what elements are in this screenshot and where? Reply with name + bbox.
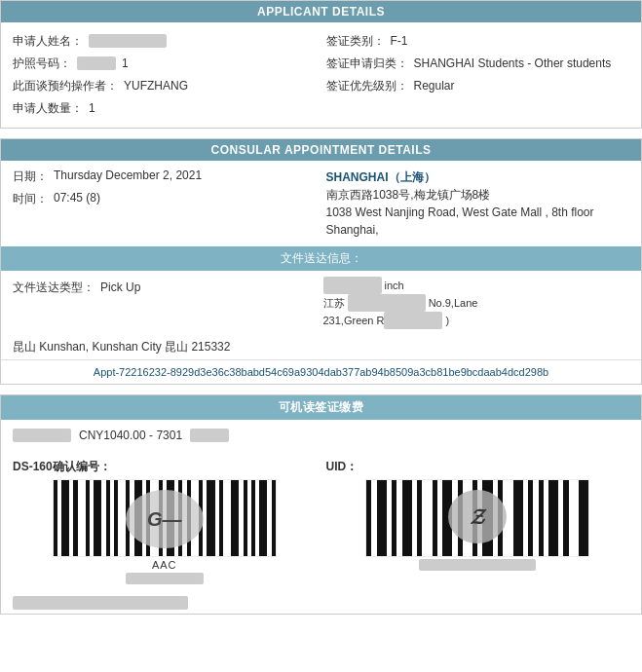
passport-value	[77, 56, 116, 70]
bottom-redacted	[13, 596, 188, 610]
uid-barcode-img: 𝓩	[365, 479, 589, 557]
uid-barcode-overlay: 𝓩	[448, 490, 507, 543]
tracking-id: Appt-72216232-8929d3e36c38babd54c69a9304…	[1, 359, 641, 384]
visa-type-label: 签证类别：	[326, 33, 385, 50]
applicant-details-card: APPLICANT DETAILS 申请人姓名： 护照号码： 1 此面谈预约操作…	[0, 0, 642, 129]
appt-date-label: 日期：	[13, 168, 48, 185]
doc-address-line1: inch	[323, 277, 630, 294]
uid-barcode-text-redacted	[419, 559, 536, 571]
visa-cat-row: 签证申请归类： SHANGHAI Students - Other studen…	[326, 53, 630, 75]
doc-address-line3: 231,Green R )	[323, 312, 630, 329]
appt-time-row: 时间： 07:45 (8)	[13, 191, 317, 207]
visa-type-value: F-1	[391, 34, 408, 48]
appt-address-line1: 南京西路1038号,梅龙镇广场8楼	[326, 186, 630, 204]
visa-priority-row: 签证优先级别： Regular	[326, 75, 630, 97]
kunshan-row: 昆山 Kunshan, Kunshan City 昆山 215332	[1, 335, 641, 359]
passport-label: 护照号码：	[13, 56, 71, 72]
consular-details-card: CONSULAR APPOINTMENT DETAILS 日期： Thursda…	[0, 138, 642, 385]
doc-address-partial1: inch	[385, 280, 404, 291]
appt-address-line3: Shanghai,	[326, 221, 630, 239]
doc-type-label: 文件送达类型：	[13, 280, 94, 296]
ds160-barcode-text-redacted	[126, 573, 204, 584]
fee-label-redacted	[13, 429, 71, 442]
ds160-barcode-col: DS-160确认编号：	[13, 459, 317, 584]
ds160-barcode-text: AAC	[152, 559, 177, 571]
appt-time-label: 时间：	[13, 191, 48, 207]
applicant-details-header: APPLICANT DETAILS	[1, 1, 641, 22]
visa-priority-label: 签证优先级别：	[326, 78, 408, 94]
applicant-name-row: 申请人姓名：	[13, 30, 317, 53]
fee-section: 可机读签证缴费 CNY1040.00 - 7301 DS-160确认编号：	[0, 394, 642, 615]
appt-time-value: 07:45 (8)	[54, 191, 100, 205]
visa-type-row: 签证类别： F-1	[326, 30, 630, 53]
appt-location-name: SHANGHAI（上海）	[326, 168, 630, 186]
operator-label: 此面谈预约操作者：	[13, 78, 118, 94]
ds160-label: DS-160确认编号：	[13, 459, 111, 475]
ds160-barcode-overlay: G—	[126, 490, 204, 548]
operator-row: 此面谈预约操作者： YUFZHANG	[13, 75, 317, 97]
appt-date-row: 日期： Thursday December 2, 2021	[13, 168, 317, 185]
operator-value: YUFZHANG	[124, 79, 188, 93]
visa-cat-label: 签证申请归类：	[326, 56, 408, 72]
visa-cat-value: SHANGHAI Students - Other students	[414, 56, 612, 70]
consular-details-header: CONSULAR APPOINTMENT DETAILS	[1, 139, 641, 161]
passport-suffix: 1	[122, 56, 129, 70]
fee-value: CNY1040.00 - 7301	[79, 429, 182, 442]
appt-address-line2: 1038 West Nanjing Road, West Gate Mall ,…	[326, 204, 630, 221]
doc-type-value: Pick Up	[100, 280, 140, 294]
fee-row: CNY1040.00 - 7301	[13, 426, 629, 445]
uid-barcode-col: UID：	[326, 459, 630, 584]
applicant-name-label: 申请人姓名：	[13, 33, 83, 50]
appt-left-col: 日期： Thursday December 2, 2021 时间： 07:45 …	[13, 168, 317, 239]
barcode-section: DS-160确认编号：	[1, 451, 641, 592]
doc-delivery-address: inch 江苏 No.9,Lane 231,Green R )	[323, 277, 630, 329]
doc-delivery-header: 文件送达信息：	[1, 246, 641, 271]
fee-header: 可机读签证缴费	[1, 395, 641, 420]
doc-address-line2: 江苏 No.9,Lane	[323, 294, 630, 312]
passport-row: 护照号码： 1	[13, 53, 317, 75]
doc-delivery-type: 文件送达类型： Pick Up	[13, 277, 320, 329]
doc-delivery-body: 文件送达类型： Pick Up inch 江苏 No.9,Lane 231,Gr…	[1, 271, 641, 335]
applicant-name-value	[89, 34, 167, 48]
appt-right-col: SHANGHAI（上海） 南京西路1038号,梅龙镇广场8楼 1038 West…	[326, 168, 630, 239]
uid-label: UID：	[326, 459, 359, 475]
count-label: 申请人数量：	[13, 100, 83, 117]
visa-priority-value: Regular	[414, 79, 455, 93]
appt-date-value: Thursday December 2, 2021	[54, 168, 202, 182]
ds160-barcode-img: G—	[53, 479, 277, 557]
appt-location: SHANGHAI（上海） 南京西路1038号,梅龙镇广场8楼 1038 West…	[326, 168, 630, 239]
count-value: 1	[89, 101, 95, 115]
fee-suffix-redacted	[190, 429, 229, 442]
count-row: 申请人数量： 1	[13, 97, 317, 120]
